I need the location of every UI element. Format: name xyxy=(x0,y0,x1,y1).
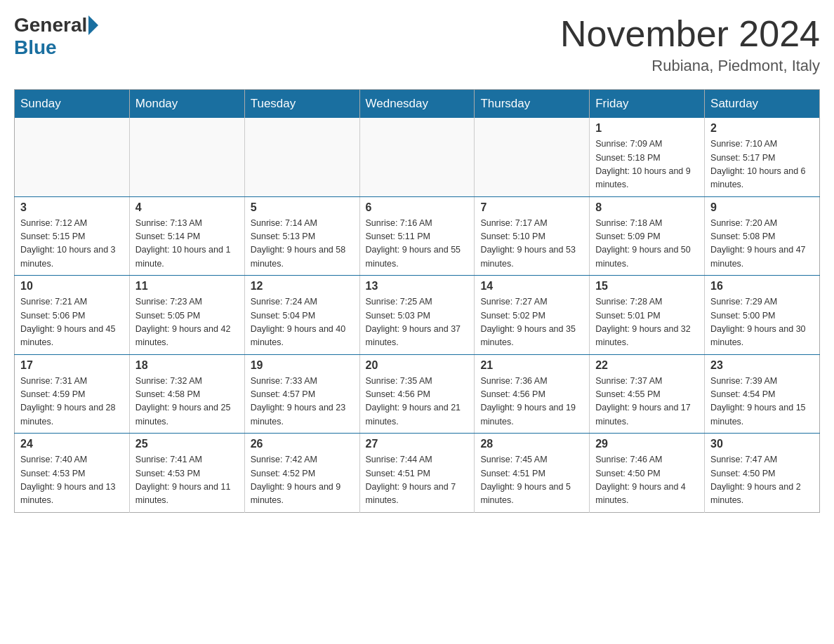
calendar-cell xyxy=(359,118,475,196)
day-number: 3 xyxy=(20,201,124,214)
day-info: Sunrise: 7:46 AMSunset: 4:50 PMDaylight:… xyxy=(595,453,699,508)
day-info: Sunrise: 7:17 AMSunset: 5:10 PMDaylight:… xyxy=(480,217,583,271)
month-title: November 2024 xyxy=(560,14,820,54)
page-header: General Blue November 2024 Rubiana, Pied… xyxy=(14,14,820,75)
day-info: Sunrise: 7:10 AMSunset: 5:17 PMDaylight:… xyxy=(710,137,814,192)
day-number: 14 xyxy=(480,280,583,293)
day-info: Sunrise: 7:39 AMSunset: 4:54 PMDaylight:… xyxy=(710,375,814,429)
day-info: Sunrise: 7:32 AMSunset: 4:58 PMDaylight:… xyxy=(135,375,239,429)
calendar-header-row: SundayMondayTuesdayWednesdayThursdayFrid… xyxy=(15,90,820,119)
day-number: 2 xyxy=(710,122,814,135)
day-number: 21 xyxy=(480,359,583,372)
calendar-cell: 23Sunrise: 7:39 AMSunset: 4:54 PMDayligh… xyxy=(705,354,820,434)
day-number: 16 xyxy=(710,280,814,293)
day-number: 7 xyxy=(480,201,583,214)
day-number: 1 xyxy=(595,122,699,135)
logo-general-text: General xyxy=(14,14,87,36)
day-info: Sunrise: 7:18 AMSunset: 5:09 PMDaylight:… xyxy=(595,217,699,271)
weekday-header-wednesday: Wednesday xyxy=(359,90,475,119)
calendar-cell: 5Sunrise: 7:14 AMSunset: 5:13 PMDaylight… xyxy=(244,196,359,276)
calendar-cell: 12Sunrise: 7:24 AMSunset: 5:04 PMDayligh… xyxy=(244,276,359,355)
day-number: 27 xyxy=(366,438,469,450)
calendar-cell: 18Sunrise: 7:32 AMSunset: 4:58 PMDayligh… xyxy=(129,354,244,434)
day-number: 28 xyxy=(480,438,583,450)
calendar-cell: 25Sunrise: 7:41 AMSunset: 4:53 PMDayligh… xyxy=(129,434,244,513)
calendar-cell xyxy=(129,118,244,196)
day-info: Sunrise: 7:33 AMSunset: 4:57 PMDaylight:… xyxy=(251,375,354,429)
day-info: Sunrise: 7:40 AMSunset: 4:53 PMDaylight:… xyxy=(20,453,124,508)
day-number: 9 xyxy=(710,201,814,214)
logo: General Blue xyxy=(14,14,100,59)
day-info: Sunrise: 7:24 AMSunset: 5:04 PMDaylight:… xyxy=(251,295,354,350)
calendar-cell: 28Sunrise: 7:45 AMSunset: 4:51 PMDayligh… xyxy=(475,434,590,513)
day-number: 22 xyxy=(595,359,699,372)
day-number: 20 xyxy=(366,359,469,372)
day-info: Sunrise: 7:27 AMSunset: 5:02 PMDaylight:… xyxy=(480,295,583,350)
day-number: 30 xyxy=(710,438,814,450)
calendar-cell: 15Sunrise: 7:28 AMSunset: 5:01 PMDayligh… xyxy=(590,276,705,355)
calendar-cell: 21Sunrise: 7:36 AMSunset: 4:56 PMDayligh… xyxy=(475,354,590,434)
day-number: 29 xyxy=(595,438,699,450)
calendar-week-1: 1Sunrise: 7:09 AMSunset: 5:18 PMDaylight… xyxy=(15,118,820,196)
calendar-cell: 8Sunrise: 7:18 AMSunset: 5:09 PMDaylight… xyxy=(590,196,705,276)
calendar-cell: 29Sunrise: 7:46 AMSunset: 4:50 PMDayligh… xyxy=(590,434,705,513)
weekday-header-tuesday: Tuesday xyxy=(244,90,359,119)
day-info: Sunrise: 7:12 AMSunset: 5:15 PMDaylight:… xyxy=(20,217,124,271)
day-info: Sunrise: 7:25 AMSunset: 5:03 PMDaylight:… xyxy=(366,295,469,350)
day-info: Sunrise: 7:16 AMSunset: 5:11 PMDaylight:… xyxy=(366,217,469,271)
day-number: 4 xyxy=(135,201,239,214)
day-number: 5 xyxy=(251,201,354,214)
day-info: Sunrise: 7:42 AMSunset: 4:52 PMDaylight:… xyxy=(251,453,354,508)
calendar-cell: 1Sunrise: 7:09 AMSunset: 5:18 PMDaylight… xyxy=(590,118,705,196)
calendar-cell: 7Sunrise: 7:17 AMSunset: 5:10 PMDaylight… xyxy=(475,196,590,276)
day-number: 17 xyxy=(20,359,124,372)
title-section: November 2024 Rubiana, Piedmont, Italy xyxy=(560,14,820,75)
calendar-cell: 13Sunrise: 7:25 AMSunset: 5:03 PMDayligh… xyxy=(359,276,475,355)
day-info: Sunrise: 7:09 AMSunset: 5:18 PMDaylight:… xyxy=(595,137,699,192)
calendar-week-5: 24Sunrise: 7:40 AMSunset: 4:53 PMDayligh… xyxy=(15,434,820,513)
day-info: Sunrise: 7:44 AMSunset: 4:51 PMDaylight:… xyxy=(366,453,469,508)
calendar-cell: 3Sunrise: 7:12 AMSunset: 5:15 PMDaylight… xyxy=(15,196,130,276)
calendar-cell: 22Sunrise: 7:37 AMSunset: 4:55 PMDayligh… xyxy=(590,354,705,434)
day-number: 13 xyxy=(366,280,469,293)
day-info: Sunrise: 7:29 AMSunset: 5:00 PMDaylight:… xyxy=(710,295,814,350)
day-number: 10 xyxy=(20,280,124,293)
day-number: 19 xyxy=(251,359,354,372)
calendar-week-3: 10Sunrise: 7:21 AMSunset: 5:06 PMDayligh… xyxy=(15,276,820,355)
day-info: Sunrise: 7:45 AMSunset: 4:51 PMDaylight:… xyxy=(480,453,583,508)
calendar-cell: 6Sunrise: 7:16 AMSunset: 5:11 PMDaylight… xyxy=(359,196,475,276)
calendar-cell xyxy=(244,118,359,196)
day-number: 25 xyxy=(135,438,239,450)
day-number: 8 xyxy=(595,201,699,214)
day-number: 6 xyxy=(366,201,469,214)
calendar-cell: 4Sunrise: 7:13 AMSunset: 5:14 PMDaylight… xyxy=(129,196,244,276)
calendar-week-4: 17Sunrise: 7:31 AMSunset: 4:59 PMDayligh… xyxy=(15,354,820,434)
weekday-header-monday: Monday xyxy=(129,90,244,119)
weekday-header-friday: Friday xyxy=(590,90,705,119)
weekday-header-saturday: Saturday xyxy=(705,90,820,119)
day-info: Sunrise: 7:36 AMSunset: 4:56 PMDaylight:… xyxy=(480,375,583,429)
calendar-cell: 24Sunrise: 7:40 AMSunset: 4:53 PMDayligh… xyxy=(15,434,130,513)
day-number: 18 xyxy=(135,359,239,372)
calendar-cell: 9Sunrise: 7:20 AMSunset: 5:08 PMDaylight… xyxy=(705,196,820,276)
calendar-cell: 2Sunrise: 7:10 AMSunset: 5:17 PMDaylight… xyxy=(705,118,820,196)
weekday-header-thursday: Thursday xyxy=(475,90,590,119)
calendar-cell: 14Sunrise: 7:27 AMSunset: 5:02 PMDayligh… xyxy=(475,276,590,355)
weekday-header-sunday: Sunday xyxy=(15,90,130,119)
day-info: Sunrise: 7:20 AMSunset: 5:08 PMDaylight:… xyxy=(710,217,814,271)
day-info: Sunrise: 7:47 AMSunset: 4:50 PMDaylight:… xyxy=(710,453,814,508)
calendar-cell: 10Sunrise: 7:21 AMSunset: 5:06 PMDayligh… xyxy=(15,276,130,355)
day-number: 23 xyxy=(710,359,814,372)
location-subtitle: Rubiana, Piedmont, Italy xyxy=(560,57,820,75)
day-info: Sunrise: 7:31 AMSunset: 4:59 PMDaylight:… xyxy=(20,375,124,429)
day-number: 24 xyxy=(20,438,124,450)
day-info: Sunrise: 7:35 AMSunset: 4:56 PMDaylight:… xyxy=(366,375,469,429)
day-info: Sunrise: 7:28 AMSunset: 5:01 PMDaylight:… xyxy=(595,295,699,350)
day-info: Sunrise: 7:21 AMSunset: 5:06 PMDaylight:… xyxy=(20,295,124,350)
day-number: 11 xyxy=(135,280,239,293)
calendar-table: SundayMondayTuesdayWednesdayThursdayFrid… xyxy=(14,89,820,513)
day-number: 12 xyxy=(251,280,354,293)
day-number: 26 xyxy=(251,438,354,450)
calendar-cell: 20Sunrise: 7:35 AMSunset: 4:56 PMDayligh… xyxy=(359,354,475,434)
day-info: Sunrise: 7:14 AMSunset: 5:13 PMDaylight:… xyxy=(251,217,354,271)
